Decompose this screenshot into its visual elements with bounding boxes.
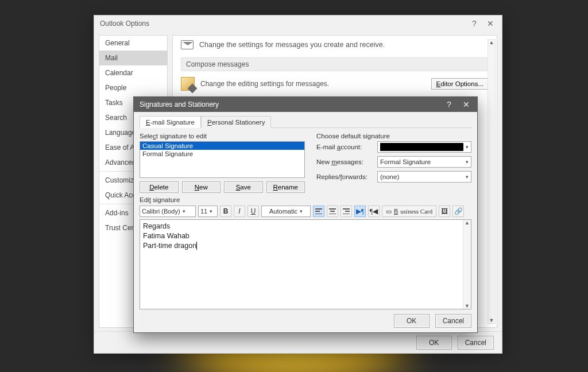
chevron-down-icon: ▾ bbox=[300, 208, 303, 214]
rtl-button[interactable]: ¶◀ bbox=[368, 206, 380, 217]
email-account-label: E-mail account: bbox=[316, 144, 373, 150]
options-title: Outlook Options bbox=[100, 20, 149, 28]
tab-email-signature[interactable]: E-mail Signature bbox=[140, 116, 201, 128]
signature-toolbar: Calibri (Body)▾ 11▾ B I U Automatic▾ ▶¶ … bbox=[140, 206, 471, 217]
signatures-cancel-button[interactable]: Cancel bbox=[435, 314, 471, 328]
font-family-combo[interactable]: Calibri (Body)▾ bbox=[140, 206, 196, 217]
chevron-down-icon: ▾ bbox=[210, 208, 212, 214]
underline-button[interactable]: U bbox=[247, 206, 259, 217]
ltr-button[interactable]: ▶¶ bbox=[354, 206, 366, 217]
signatures-tabs: E-mail Signature Personal Stationery bbox=[140, 115, 471, 128]
signature-editor[interactable]: Regards Fatima Wahab Part-time dragon ▲▼ bbox=[140, 219, 471, 309]
signature-item-casual[interactable]: Casual Signature bbox=[140, 142, 304, 150]
signature-editor-text[interactable]: Regards Fatima Wahab Part-time dragon bbox=[140, 220, 463, 309]
signatures-ok-button[interactable]: OK bbox=[394, 314, 430, 328]
default-signature-label: Choose default signature bbox=[316, 133, 471, 140]
replies-forwards-dropdown[interactable]: (none)▾ bbox=[377, 171, 471, 183]
align-right-button[interactable] bbox=[341, 206, 352, 217]
link-icon: 🔗 bbox=[454, 207, 463, 215]
edit-signature-label: Edit signature bbox=[140, 196, 471, 203]
rename-button[interactable]: Rename bbox=[266, 181, 305, 193]
align-left-button[interactable] bbox=[313, 206, 324, 217]
insert-hyperlink-button[interactable]: 🔗 bbox=[452, 206, 464, 217]
redacted-email bbox=[380, 143, 463, 151]
replies-forwards-label: Replies/forwards: bbox=[316, 173, 373, 180]
signatures-title: Signatures and Stationery bbox=[140, 100, 219, 108]
insert-picture-button[interactable]: 🖼 bbox=[439, 206, 450, 217]
help-icon[interactable]: ? bbox=[440, 98, 458, 111]
envelope-icon bbox=[181, 40, 194, 49]
new-messages-label: New messages: bbox=[316, 158, 373, 165]
sidebar-item-calendar[interactable]: Calendar bbox=[99, 65, 167, 80]
sidebar-item-general[interactable]: General bbox=[99, 36, 167, 51]
new-messages-dropdown[interactable]: Formal Signature▾ bbox=[377, 156, 471, 168]
options-titlebar[interactable]: Outlook Options ? ✕ bbox=[94, 16, 502, 32]
bold-button[interactable]: B bbox=[220, 206, 231, 217]
new-button[interactable]: New bbox=[182, 181, 221, 193]
email-account-dropdown[interactable]: ▾ bbox=[377, 141, 471, 153]
font-color-combo[interactable]: Automatic▾ bbox=[261, 206, 311, 217]
chevron-down-icon: ▾ bbox=[183, 208, 185, 214]
chevron-down-icon: ▾ bbox=[466, 144, 469, 150]
compose-section-header: Compose messages bbox=[181, 57, 489, 71]
close-icon[interactable]: ✕ bbox=[482, 17, 498, 30]
mail-settings-heading: Change the settings for messages you cre… bbox=[199, 41, 385, 49]
new-messages-value: Formal Signature bbox=[380, 158, 431, 165]
options-scrollbar[interactable]: ▲▼ bbox=[488, 39, 496, 324]
editor-scrollbar[interactable]: ▲▼ bbox=[463, 220, 471, 309]
card-icon: ▭ bbox=[386, 208, 392, 215]
sidebar-item-people[interactable]: People bbox=[99, 80, 167, 95]
image-icon: 🖼 bbox=[441, 207, 448, 215]
close-icon[interactable]: ✕ bbox=[458, 98, 475, 111]
text-caret bbox=[196, 242, 197, 250]
replies-forwards-value: (none) bbox=[380, 173, 399, 180]
align-center-button[interactable] bbox=[327, 206, 338, 217]
save-button[interactable]: Save bbox=[224, 181, 263, 193]
chevron-down-icon: ▾ bbox=[466, 159, 469, 165]
compose-icon bbox=[181, 77, 195, 91]
tab-personal-stationery[interactable]: Personal Stationery bbox=[201, 116, 271, 128]
signature-list[interactable]: Casual Signature Formal Signature bbox=[140, 141, 305, 178]
options-ok-button[interactable]: OK bbox=[416, 336, 452, 350]
signatures-dialog: Signatures and Stationery ? ✕ E-mail Sig… bbox=[133, 96, 478, 333]
font-size-combo[interactable]: 11▾ bbox=[198, 206, 218, 217]
signature-item-formal[interactable]: Formal Signature bbox=[140, 150, 304, 158]
options-cancel-button[interactable]: Cancel bbox=[458, 336, 494, 350]
editor-options-button[interactable]: Editor Options... bbox=[431, 78, 489, 90]
sidebar-item-mail[interactable]: Mail bbox=[99, 51, 167, 65]
chevron-down-icon: ▾ bbox=[466, 174, 469, 180]
italic-button[interactable]: I bbox=[234, 206, 245, 217]
select-signature-label: Select signature to edit bbox=[140, 133, 305, 140]
signatures-titlebar[interactable]: Signatures and Stationery ? ✕ bbox=[134, 97, 477, 112]
help-icon[interactable]: ? bbox=[466, 17, 482, 30]
delete-button[interactable]: Delete bbox=[140, 181, 179, 193]
options-footer: OK Cancel bbox=[94, 331, 502, 353]
compose-description: Change the editing settings for messages… bbox=[200, 80, 329, 88]
business-card-button[interactable]: ▭Business Card bbox=[382, 206, 436, 217]
